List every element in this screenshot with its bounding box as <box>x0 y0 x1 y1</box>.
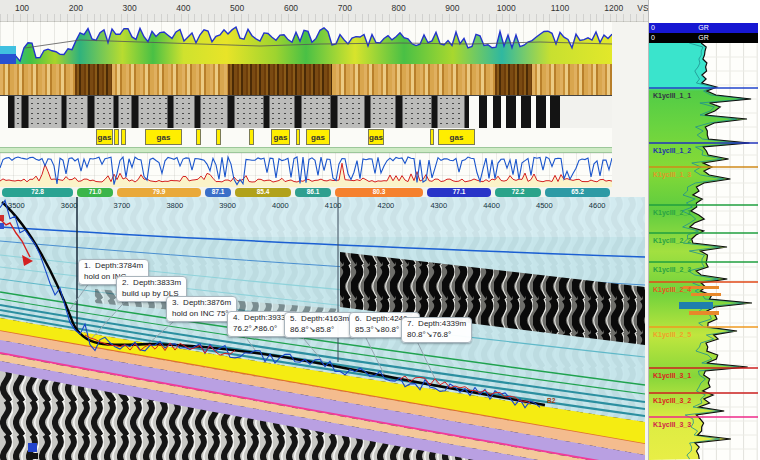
inclination-segment: 87.1 <box>205 188 231 197</box>
svg-text:4100: 4100 <box>325 201 342 210</box>
vs-ruler: VS 1002003004005006007008009001000110012… <box>0 0 760 22</box>
svg-text:K1ycIII_2_5: K1ycIII_2_5 <box>653 331 691 339</box>
svg-text:K1ycIII_3_2: K1ycIII_3_2 <box>653 397 691 405</box>
lithology-block <box>469 96 479 128</box>
svg-text:4200: 4200 <box>378 201 395 210</box>
inclination-segment: 86.1 <box>295 188 331 197</box>
lithology-block <box>234 96 264 128</box>
svg-text:K1ycIII_2_1: K1ycIII_2_1 <box>653 209 691 217</box>
gas-flag <box>196 129 201 145</box>
ruler-tick: 300 <box>123 3 137 13</box>
gr-curve-track[interactable] <box>0 22 612 64</box>
svg-text:3600: 3600 <box>61 201 78 210</box>
ruler-tick: 900 <box>445 3 459 13</box>
svg-text:4400: 4400 <box>483 201 500 210</box>
annotation-depth: 3. Depth:3876m <box>172 298 231 309</box>
lithology-block <box>118 96 132 128</box>
svg-text:B2: B2 <box>547 397 556 404</box>
inclination-segment: 71.0 <box>77 188 113 197</box>
annotation-note: 86.8°↘85.8° <box>290 325 349 336</box>
annotation-depth: 2. Depth:3833m <box>122 278 181 289</box>
lithology-block <box>402 96 432 128</box>
image-log-track[interactable] <box>0 64 612 95</box>
lithology-block <box>301 96 331 128</box>
ruler-tick: 500 <box>230 3 244 13</box>
inclination-segment: 80.3 <box>335 188 423 197</box>
lithology-block <box>506 96 516 128</box>
resistivity-curve-track[interactable] <box>0 153 612 187</box>
lithology-block <box>437 96 465 128</box>
lithology-block <box>66 96 88 128</box>
inclination-segment: 72.2 <box>495 188 541 197</box>
gas-flag <box>114 129 119 145</box>
lithology-block <box>269 96 295 128</box>
svg-text:K1ycIII_1_1: K1ycIII_1_1 <box>653 92 691 100</box>
lithology-block <box>0 96 8 128</box>
ruler-tick: 200 <box>69 3 83 13</box>
seismic-section-view[interactable]: B2 3500360037003800390040004100420043004… <box>0 197 645 460</box>
gas-flag <box>249 129 254 145</box>
svg-text:4600: 4600 <box>589 201 606 210</box>
type-log-sidebar: 0 GR 0 GR K1ycIII_1_1 K1ycIII_1_2 K1ycII… <box>648 0 760 460</box>
inclination-bar: 72.871.079.987.185.486.180.377.172.265.2 <box>0 188 612 197</box>
ruler-tickmarks <box>0 14 648 22</box>
svg-text:4000: 4000 <box>272 201 289 210</box>
svg-text:4300: 4300 <box>430 201 447 210</box>
gas-flag <box>430 129 434 145</box>
lithology-block <box>173 96 195 128</box>
image-log-dark-zone <box>75 64 112 95</box>
image-log-dark-zone <box>495 64 532 95</box>
lithology-block <box>521 96 531 128</box>
gr-scale-min: 0 <box>651 23 655 33</box>
annotation-depth: 1. Depth:3784m <box>84 261 143 272</box>
ruler-tick: 600 <box>284 3 298 13</box>
svg-text:K1ycIII_2_2: K1ycIII_2_2 <box>653 237 691 245</box>
gas-flag <box>296 129 300 145</box>
lithology-block <box>14 96 22 128</box>
svg-text:K1ycIII_3_1: K1ycIII_3_1 <box>653 372 691 380</box>
ruler-tick: 800 <box>392 3 406 13</box>
trajectory-annotation[interactable]: 7. Depth:4339m 80.8°↘76.8° <box>401 317 472 343</box>
svg-text:K1ycIII_2_4: K1ycIII_2_4 <box>653 286 691 294</box>
svg-text:3700: 3700 <box>114 201 131 210</box>
lithology-block <box>138 96 168 128</box>
geosteering-app: VS 1002003004005006007008009001000110012… <box>0 0 760 460</box>
gas-flag <box>121 129 126 145</box>
svg-text:K1ycIII_1_3: K1ycIII_1_3 <box>653 171 691 179</box>
svg-text:3500: 3500 <box>8 201 25 210</box>
svg-text:4500: 4500 <box>536 201 553 210</box>
svg-text:K1ycIII_2_3: K1ycIII_2_3 <box>653 266 691 274</box>
gas-flag: gas <box>96 129 113 145</box>
svg-text:3800: 3800 <box>166 201 183 210</box>
trajectory-annotation[interactable]: 5. Depth:4163m 86.8°↘85.8° <box>284 312 355 338</box>
lithology-block <box>479 96 487 128</box>
svg-text:K1ycIII_3_3: K1ycIII_3_3 <box>653 421 691 429</box>
gr-curve-name: GR <box>698 23 709 33</box>
inclination-segment: 77.1 <box>427 188 491 197</box>
annotation-depth: 7. Depth:4339m <box>407 319 466 330</box>
lithology-block <box>200 96 228 128</box>
lithology-track[interactable] <box>0 95 612 128</box>
gas-flag: gas <box>368 129 384 145</box>
ruler-tick: 700 <box>338 3 352 13</box>
annotation-depth: 5. Depth:4163m <box>290 314 349 325</box>
type-log-gr-track[interactable]: K1ycIII_1_1 K1ycIII_1_2 K1ycIII_1_3 K1yc… <box>649 43 758 460</box>
gr-header-secondary: 0 GR <box>649 33 758 43</box>
gas-flag <box>216 129 221 145</box>
inclination-segment: 72.8 <box>2 188 73 197</box>
ruler-tick: 1100 <box>551 3 569 13</box>
lithology-block <box>28 96 62 128</box>
annotation-note: hold on INC 75° <box>172 309 231 320</box>
gas-flag: gas <box>438 129 475 145</box>
lithology-block <box>550 96 560 128</box>
gas-shows-row: gasgasgasgasgasgas <box>0 128 612 147</box>
image-log-dark-zone <box>228 64 332 95</box>
lithology-block <box>337 96 365 128</box>
ruler-unit-label: VS <box>637 3 648 13</box>
annotation-note: 80.8°↘76.8° <box>407 330 466 341</box>
gr-curve-name: GR <box>698 33 709 43</box>
lithology-block <box>493 96 501 128</box>
gas-flag: gas <box>306 129 330 145</box>
lithology-block <box>536 96 546 128</box>
inclination-segment: 85.4 <box>235 188 291 197</box>
